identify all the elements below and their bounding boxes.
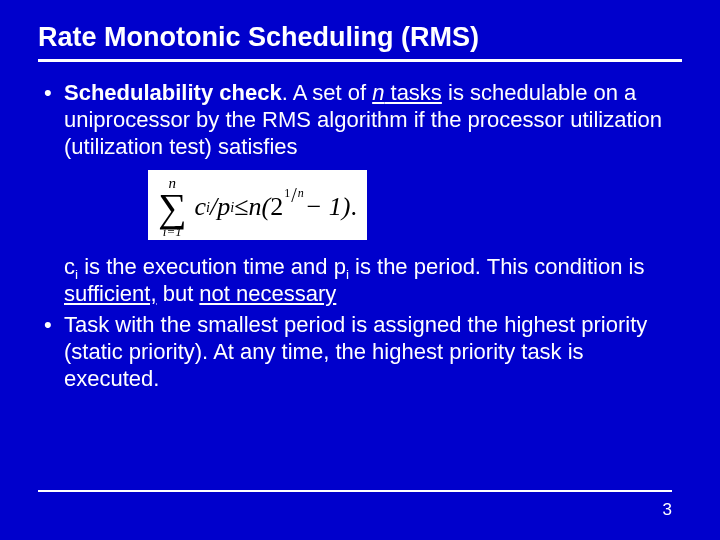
slide-title: Rate Monotonic Scheduling (RMS) [38, 22, 682, 53]
bullet-dot: • [44, 312, 64, 392]
bullet-dot: • [44, 80, 64, 160]
page-number: 3 [663, 500, 672, 520]
bullet-item-2: • Task with the smallest period is assig… [64, 312, 682, 392]
bullet-item-1: • Schedulability check. A set of n tasks… [64, 80, 682, 160]
formula-expression: ci/pi ≤ n(21/n − 1). [189, 192, 357, 222]
title-divider [38, 59, 682, 62]
bullet-text-2: Task with the smallest period is assigne… [64, 312, 682, 392]
bullet-text-1: Schedulability check. A set of n tasks i… [64, 80, 682, 160]
para-after-formula: ci is the execution time and pi is the p… [64, 254, 682, 308]
lead-bold: Schedulability check [64, 80, 282, 105]
formula-container: n ∑ i=1 ci/pi ≤ n(21/n − 1). [148, 170, 682, 240]
exponent-fraction: 1/n [284, 187, 304, 208]
slide: Rate Monotonic Scheduling (RMS) • Schedu… [0, 0, 720, 393]
summation-symbol: n ∑ i=1 [158, 176, 187, 238]
footer-divider [38, 490, 672, 492]
para-text: ci is the execution time and pi is the p… [64, 254, 682, 308]
sigma-icon: ∑ [158, 191, 187, 225]
bullet-list: • Schedulability check. A set of n tasks… [38, 80, 682, 393]
n-tasks: n [372, 80, 384, 105]
formula-box: n ∑ i=1 ci/pi ≤ n(21/n − 1). [148, 170, 367, 240]
